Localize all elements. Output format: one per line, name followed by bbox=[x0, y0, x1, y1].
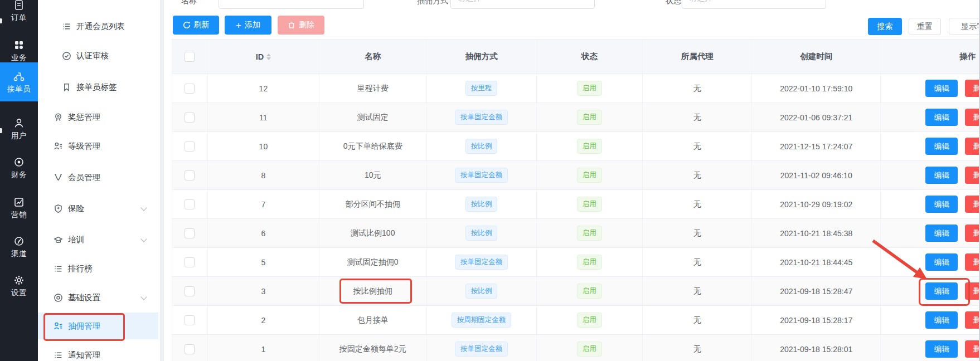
sidebar-item-10[interactable]: 抽佣管理 bbox=[38, 313, 158, 339]
method-tag: 按周期固定金额 bbox=[452, 313, 512, 328]
cell-agent: 无 bbox=[693, 228, 701, 238]
commission-icon bbox=[54, 321, 63, 331]
edit-button[interactable]: 编辑 bbox=[925, 282, 958, 300]
delete-row-button[interactable]: 删除 bbox=[965, 167, 980, 184]
sidebar-item-3[interactable]: 奖惩管理 bbox=[38, 103, 158, 131]
delete-row-button[interactable]: 删除 bbox=[965, 138, 980, 155]
status-filter-select[interactable]: 请选择 bbox=[682, 0, 826, 9]
add-button[interactable]: + 添加 bbox=[225, 16, 271, 35]
delete-row-button[interactable]: 删除 bbox=[965, 80, 980, 97]
chevron-down-icon bbox=[140, 294, 147, 300]
sidebar-item-5[interactable]: 会员管理 bbox=[38, 163, 158, 192]
column-header-name: 名称 bbox=[319, 40, 427, 74]
show-fields-button[interactable]: 显示字 bbox=[949, 18, 980, 35]
table-row: 1 按固定金额每单2元 按单固定金额 启用 无 2021-09-18 15:28… bbox=[172, 335, 980, 361]
sidebar-item-8[interactable]: 排行榜 bbox=[38, 254, 158, 283]
cell-name: 按固定金额每单2元 bbox=[339, 344, 406, 354]
sidebar-item-6[interactable]: 保险 bbox=[38, 194, 158, 223]
sidebar-item-11[interactable]: 通知管理 bbox=[38, 340, 158, 361]
level-icon bbox=[54, 142, 63, 151]
column-header-created: 创建时间 bbox=[752, 40, 881, 74]
method-tag: 按单固定金额 bbox=[455, 342, 508, 357]
secondary-sidebar: 开通会员列表 认证审核 接单员标签 奖惩管理 等级管理 会员管理 保险 培训 排… bbox=[38, 0, 158, 361]
edit-button[interactable]: 编辑 bbox=[925, 109, 958, 126]
row-checkbox[interactable] bbox=[185, 344, 195, 354]
edit-button[interactable]: 编辑 bbox=[925, 225, 958, 242]
select-all-checkbox[interactable] bbox=[185, 52, 195, 62]
delete-row-button[interactable]: 删除 bbox=[965, 196, 980, 213]
method-filter-select[interactable]: 请选择 bbox=[450, 0, 595, 9]
edit-button[interactable]: 编辑 bbox=[925, 80, 958, 97]
delete-row-button[interactable]: 删除 bbox=[965, 311, 980, 329]
search-button[interactable]: 搜索 bbox=[868, 18, 902, 35]
row-checkbox[interactable] bbox=[185, 286, 195, 296]
column-header-id[interactable]: ID bbox=[208, 40, 319, 74]
cell-id: 10 bbox=[259, 142, 268, 151]
delete-row-button[interactable]: 删除 bbox=[965, 109, 980, 126]
delete-row-button[interactable]: 删除 bbox=[965, 253, 980, 271]
marketing-icon bbox=[13, 196, 25, 208]
cell-id: 11 bbox=[259, 113, 268, 122]
row-checkbox[interactable] bbox=[185, 142, 195, 152]
row-checkbox[interactable] bbox=[185, 228, 195, 238]
primary-sidebar-item-3[interactable]: 用户 bbox=[0, 109, 38, 148]
delete-row-button[interactable]: 删除 bbox=[965, 225, 980, 242]
sidebar-item-7[interactable]: 培训 bbox=[38, 225, 158, 254]
row-checkbox[interactable] bbox=[185, 315, 195, 325]
primary-sidebar-item-2[interactable]: 接单员 bbox=[0, 62, 38, 101]
notice-list-icon bbox=[54, 350, 63, 360]
chevron-down-icon bbox=[140, 236, 147, 242]
status-tag: 启用 bbox=[577, 226, 602, 241]
cell-id: 12 bbox=[259, 84, 268, 93]
table-row: 5 测试固定抽佣0 按单固定金额 启用 无 2021-10-21 18:44:4… bbox=[172, 248, 980, 277]
refresh-icon bbox=[183, 21, 191, 29]
row-checkbox[interactable] bbox=[185, 257, 195, 267]
row-checkbox[interactable] bbox=[185, 84, 195, 94]
name-filter-input[interactable] bbox=[219, 0, 364, 9]
sidebar-item-9[interactable]: 基础设置 bbox=[38, 283, 158, 312]
scooter-icon bbox=[13, 70, 25, 82]
row-checkbox[interactable] bbox=[185, 113, 195, 123]
column-header-status: 状态 bbox=[537, 40, 643, 74]
reset-button[interactable]: 重置 bbox=[909, 18, 941, 35]
sidebar-item-1[interactable]: 认证审核 bbox=[38, 41, 158, 70]
cell-agent: 无 bbox=[693, 199, 701, 209]
sidebar-item-2[interactable]: 接单员标签 bbox=[38, 72, 158, 101]
table-row: 3 按比例抽佣 按比例 启用 无 2021-09-18 15:28:47 编辑 … bbox=[172, 277, 980, 306]
membership-icon bbox=[54, 173, 63, 182]
edit-button[interactable]: 编辑 bbox=[925, 253, 958, 271]
commission-table: ID 名称 抽佣方式 状态 所属代理 创建时间 操作 12 里程计费 按里程 启… bbox=[172, 39, 980, 361]
edit-button[interactable]: 编辑 bbox=[925, 340, 958, 358]
sidebar-item-4[interactable]: 等级管理 bbox=[38, 131, 158, 160]
training-icon bbox=[54, 235, 63, 245]
cell-id: 6 bbox=[261, 229, 265, 238]
primary-sidebar-item-7[interactable]: 设置 bbox=[0, 266, 38, 305]
cell-id: 2 bbox=[261, 316, 265, 325]
filter-label-status: 状态 bbox=[666, 0, 681, 6]
plus-icon: + bbox=[236, 21, 241, 30]
edit-button[interactable]: 编辑 bbox=[925, 311, 958, 329]
edit-button[interactable]: 编辑 bbox=[925, 167, 958, 184]
table-row: 2 包月接单 按周期固定金额 启用 无 2021-09-18 15:28:17 … bbox=[172, 306, 980, 335]
cell-agent: 无 bbox=[693, 286, 701, 296]
row-checkbox[interactable] bbox=[185, 170, 195, 180]
refresh-button[interactable]: 刷新 bbox=[173, 16, 219, 35]
sidebar-item-0[interactable]: 开通会员列表 bbox=[38, 12, 158, 41]
delete-row-button[interactable]: 删除 bbox=[965, 340, 980, 358]
primary-sidebar-item-4[interactable]: 财务 bbox=[0, 148, 38, 187]
panel-scrollbar[interactable] bbox=[160, 0, 164, 361]
table-row: 11 测试固定 按单固定金额 启用 无 2022-01-06 09:37:21 … bbox=[172, 103, 980, 132]
primary-sidebar-item-0[interactable]: 订单 bbox=[0, 0, 38, 30]
primary-sidebar-item-5[interactable]: 营销 bbox=[0, 188, 38, 227]
delete-row-button[interactable]: 删除 bbox=[965, 282, 980, 300]
cell-id: 3 bbox=[261, 287, 265, 296]
edit-button[interactable]: 编辑 bbox=[925, 138, 958, 155]
edit-button[interactable]: 编辑 bbox=[925, 196, 958, 213]
primary-sidebar-item-6[interactable]: 渠道 bbox=[0, 227, 38, 266]
cell-name: 10元 bbox=[365, 170, 381, 180]
select-placeholder: 请选择 bbox=[689, 0, 712, 3]
row-checkbox[interactable] bbox=[185, 199, 195, 209]
sort-carets-icon[interactable] bbox=[266, 53, 271, 60]
delete-button[interactable]: 删除 bbox=[278, 16, 324, 35]
method-tag: 按比例 bbox=[465, 139, 498, 154]
